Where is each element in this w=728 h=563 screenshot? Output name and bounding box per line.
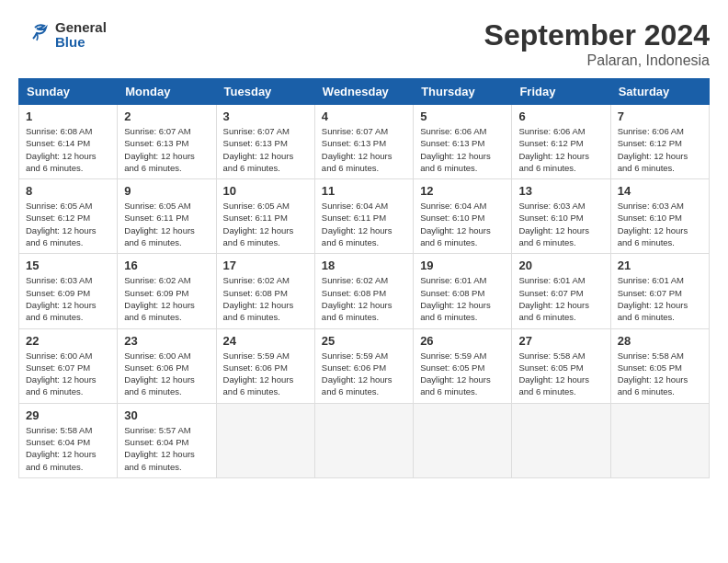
day-info: Sunrise: 6:06 AM Sunset: 6:13 PM Dayligh… [420, 125, 505, 174]
month-title: September 2024 [484, 18, 710, 52]
logo-line1: General [55, 20, 107, 36]
day-number: 3 [223, 109, 308, 123]
location-title: Palaran, Indonesia [484, 52, 710, 69]
calendar-cell: 19 Sunrise: 6:01 AM Sunset: 6:08 PM Dayl… [414, 254, 512, 328]
day-info: Sunrise: 5:58 AM Sunset: 6:05 PM Dayligh… [518, 350, 603, 398]
logo-bird-icon [18, 18, 51, 52]
day-info: Sunrise: 6:04 AM Sunset: 6:10 PM Dayligh… [420, 200, 505, 248]
day-number: 27 [518, 334, 603, 348]
day-info: Sunrise: 6:01 AM Sunset: 6:07 PM Dayligh… [618, 274, 702, 323]
day-info: Sunrise: 6:04 AM Sunset: 6:11 PM Dayligh… [322, 200, 406, 248]
day-number: 18 [322, 259, 406, 272]
calendar-cell [610, 403, 709, 477]
calendar-cell [216, 403, 314, 477]
day-info: Sunrise: 6:03 AM Sunset: 6:10 PM Dayligh… [618, 200, 702, 248]
day-info: Sunrise: 6:01 AM Sunset: 6:07 PM Dayligh… [518, 274, 603, 323]
day-info: Sunrise: 6:01 AM Sunset: 6:08 PM Dayligh… [420, 274, 505, 323]
day-number: 16 [124, 259, 209, 272]
calendar-cell: 20 Sunrise: 6:01 AM Sunset: 6:07 PM Dayl… [512, 254, 610, 328]
calendar-cell: 5 Sunrise: 6:06 AM Sunset: 6:13 PM Dayli… [414, 105, 512, 179]
day-info: Sunrise: 6:00 AM Sunset: 6:06 PM Dayligh… [124, 350, 209, 398]
weekday-header-saturday: Saturday [610, 79, 709, 105]
calendar-cell: 2 Sunrise: 6:07 AM Sunset: 6:13 PM Dayli… [118, 105, 216, 179]
day-number: 10 [223, 184, 308, 198]
calendar-cell: 12 Sunrise: 6:04 AM Sunset: 6:10 PM Dayl… [414, 179, 512, 254]
day-info: Sunrise: 5:58 AM Sunset: 6:05 PM Dayligh… [618, 350, 702, 398]
calendar-cell [512, 403, 610, 477]
calendar-cell: 30 Sunrise: 5:57 AM Sunset: 6:04 PM Dayl… [118, 403, 216, 477]
calendar-week-2: 8 Sunrise: 6:05 AM Sunset: 6:12 PM Dayli… [19, 179, 710, 254]
calendar-cell: 21 Sunrise: 6:01 AM Sunset: 6:07 PM Dayl… [610, 254, 709, 328]
day-number: 30 [124, 408, 209, 422]
day-number: 25 [322, 334, 406, 348]
day-number: 29 [26, 408, 110, 422]
day-number: 13 [518, 184, 603, 198]
weekday-header-thursday: Thursday [414, 79, 512, 105]
calendar-cell: 3 Sunrise: 6:07 AM Sunset: 6:13 PM Dayli… [216, 105, 314, 179]
calendar-table: SundayMondayTuesdayWednesdayThursdayFrid… [18, 78, 710, 478]
day-info: Sunrise: 6:06 AM Sunset: 6:12 PM Dayligh… [518, 125, 603, 174]
day-info: Sunrise: 5:58 AM Sunset: 6:04 PM Dayligh… [26, 424, 110, 473]
calendar-week-1: 1 Sunrise: 6:08 AM Sunset: 6:14 PM Dayli… [19, 105, 710, 179]
logo-container: General Blue [18, 18, 107, 52]
day-number: 24 [223, 334, 308, 348]
weekday-header-wednesday: Wednesday [314, 79, 413, 105]
day-info: Sunrise: 5:59 AM Sunset: 6:06 PM Dayligh… [223, 350, 308, 398]
day-info: Sunrise: 6:07 AM Sunset: 6:13 PM Dayligh… [124, 125, 209, 174]
calendar-cell: 8 Sunrise: 6:05 AM Sunset: 6:12 PM Dayli… [19, 179, 118, 254]
day-info: Sunrise: 5:59 AM Sunset: 6:05 PM Dayligh… [420, 350, 505, 398]
calendar-week-5: 29 Sunrise: 5:58 AM Sunset: 6:04 PM Dayl… [19, 403, 710, 477]
day-number: 1 [26, 109, 110, 123]
title-block: September 2024 Palaran, Indonesia [484, 18, 710, 69]
day-info: Sunrise: 6:05 AM Sunset: 6:11 PM Dayligh… [124, 200, 209, 248]
calendar-cell: 4 Sunrise: 6:07 AM Sunset: 6:13 PM Dayli… [314, 105, 413, 179]
day-info: Sunrise: 5:57 AM Sunset: 6:04 PM Dayligh… [124, 424, 209, 473]
calendar-cell: 24 Sunrise: 5:59 AM Sunset: 6:06 PM Dayl… [216, 328, 314, 403]
calendar-cell: 9 Sunrise: 6:05 AM Sunset: 6:11 PM Dayli… [118, 179, 216, 254]
day-number: 26 [420, 334, 505, 348]
calendar-cell: 1 Sunrise: 6:08 AM Sunset: 6:14 PM Dayli… [19, 105, 118, 179]
day-number: 2 [124, 109, 209, 123]
calendar-cell [314, 403, 413, 477]
calendar-cell: 23 Sunrise: 6:00 AM Sunset: 6:06 PM Dayl… [118, 328, 216, 403]
day-info: Sunrise: 6:00 AM Sunset: 6:07 PM Dayligh… [26, 350, 110, 398]
calendar-cell: 28 Sunrise: 5:58 AM Sunset: 6:05 PM Dayl… [610, 328, 709, 403]
day-info: Sunrise: 6:05 AM Sunset: 6:12 PM Dayligh… [26, 200, 110, 248]
calendar-cell: 6 Sunrise: 6:06 AM Sunset: 6:12 PM Dayli… [512, 105, 610, 179]
day-info: Sunrise: 6:02 AM Sunset: 6:09 PM Dayligh… [124, 274, 209, 323]
calendar-cell: 7 Sunrise: 6:06 AM Sunset: 6:12 PM Dayli… [610, 105, 709, 179]
calendar-week-4: 22 Sunrise: 6:00 AM Sunset: 6:07 PM Dayl… [19, 328, 710, 403]
weekday-header-sunday: Sunday [19, 79, 118, 105]
weekday-header-tuesday: Tuesday [216, 79, 314, 105]
day-number: 5 [420, 109, 505, 123]
day-number: 15 [26, 259, 110, 272]
calendar-cell: 10 Sunrise: 6:05 AM Sunset: 6:11 PM Dayl… [216, 179, 314, 254]
calendar-cell: 16 Sunrise: 6:02 AM Sunset: 6:09 PM Dayl… [118, 254, 216, 328]
calendar-cell: 17 Sunrise: 6:02 AM Sunset: 6:08 PM Dayl… [216, 254, 314, 328]
logo-line2: Blue [55, 35, 107, 51]
calendar-cell: 13 Sunrise: 6:03 AM Sunset: 6:10 PM Dayl… [512, 179, 610, 254]
calendar-cell: 27 Sunrise: 5:58 AM Sunset: 6:05 PM Dayl… [512, 328, 610, 403]
day-info: Sunrise: 6:07 AM Sunset: 6:13 PM Dayligh… [223, 125, 308, 174]
day-number: 8 [26, 184, 110, 198]
page-header: General Blue September 2024 Palaran, Ind… [18, 18, 710, 69]
day-info: Sunrise: 6:03 AM Sunset: 6:10 PM Dayligh… [518, 200, 603, 248]
day-info: Sunrise: 6:07 AM Sunset: 6:13 PM Dayligh… [322, 125, 406, 174]
day-info: Sunrise: 6:06 AM Sunset: 6:12 PM Dayligh… [618, 125, 702, 174]
day-info: Sunrise: 5:59 AM Sunset: 6:06 PM Dayligh… [322, 350, 406, 398]
calendar-cell: 11 Sunrise: 6:04 AM Sunset: 6:11 PM Dayl… [314, 179, 413, 254]
calendar-cell: 14 Sunrise: 6:03 AM Sunset: 6:10 PM Dayl… [610, 179, 709, 254]
day-number: 20 [518, 259, 603, 272]
day-number: 17 [223, 259, 308, 272]
day-info: Sunrise: 6:08 AM Sunset: 6:14 PM Dayligh… [26, 125, 110, 174]
calendar-cell: 25 Sunrise: 5:59 AM Sunset: 6:06 PM Dayl… [314, 328, 413, 403]
day-number: 22 [26, 334, 110, 348]
calendar-cell [414, 403, 512, 477]
day-number: 6 [518, 109, 603, 123]
day-info: Sunrise: 6:02 AM Sunset: 6:08 PM Dayligh… [223, 274, 308, 323]
calendar-cell: 18 Sunrise: 6:02 AM Sunset: 6:08 PM Dayl… [314, 254, 413, 328]
calendar-cell: 29 Sunrise: 5:58 AM Sunset: 6:04 PM Dayl… [19, 403, 118, 477]
calendar-week-3: 15 Sunrise: 6:03 AM Sunset: 6:09 PM Dayl… [19, 254, 710, 328]
calendar-header-row: SundayMondayTuesdayWednesdayThursdayFrid… [19, 79, 710, 105]
logo: General Blue [18, 18, 107, 52]
